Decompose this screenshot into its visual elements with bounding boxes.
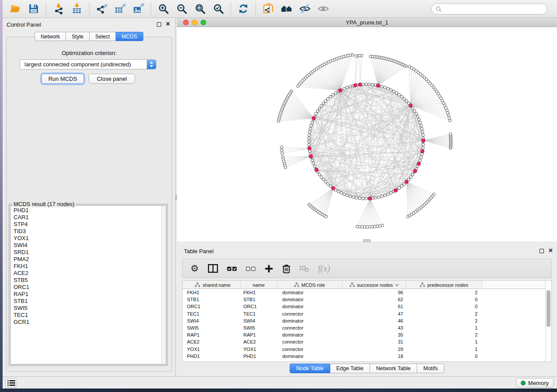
network-graph[interactable] [177, 27, 557, 241]
table-cell: 43 [343, 324, 403, 331]
tab-node-table[interactable]: Node Table [290, 364, 330, 373]
add-column-icon[interactable] [265, 265, 273, 273]
table-row[interactable]: STB1STB1dominator620 [183, 296, 545, 303]
run-mcds-button[interactable]: Run MCDS [42, 74, 84, 84]
export-table-icon[interactable] [112, 1, 128, 16]
network-titlebar: YPA_prune.txt_1 [177, 18, 557, 27]
mcds-result-item[interactable]: YOX1 [14, 235, 166, 242]
mcds-result-item[interactable]: TID3 [14, 228, 166, 235]
table-row[interactable]: SWI4SWI4dominator462 [183, 317, 545, 324]
show-column-icon[interactable] [208, 264, 218, 273]
table-cell: connector [282, 338, 303, 345]
refresh-layout-icon[interactable] [235, 1, 251, 16]
duplicate-network-icon[interactable] [260, 1, 276, 16]
hide-selected-icon[interactable] [297, 1, 313, 16]
deselect-all-icon[interactable] [246, 265, 256, 272]
import-network-icon[interactable] [51, 1, 66, 16]
chevron-down-icon[interactable] [395, 284, 399, 286]
tab-network-table[interactable]: Network Table [370, 364, 417, 373]
float-table-panel-icon[interactable] [540, 249, 544, 253]
delete-column-icon[interactable] [282, 264, 291, 273]
column-header-predecessor-nodes[interactable]: predecessor nodes [406, 281, 482, 289]
search-box[interactable] [431, 3, 547, 14]
table-row[interactable]: TEC1TEC1connector472 [183, 310, 545, 317]
column-header-name[interactable]: name [241, 281, 277, 289]
table-cell: 2 [406, 310, 477, 317]
close-table-panel-icon[interactable]: × [549, 247, 553, 254]
close-panel-button[interactable]: Close panel [89, 74, 135, 84]
optimization-criterion-label: Optimization criterion: [7, 50, 172, 56]
toolbar-separator [89, 3, 90, 15]
memory-button[interactable]: Memory [516, 378, 554, 388]
mcds-result-item[interactable]: PMA2 [14, 256, 166, 263]
mcds-result-item[interactable]: PHD1 [14, 207, 166, 214]
mcds-result-item[interactable]: SWI4 [14, 242, 166, 249]
table-cell: dominator [282, 289, 304, 296]
mcds-list-scrollbar[interactable] [161, 206, 166, 364]
close-panel-icon[interactable]: × [166, 20, 170, 28]
table-cell: 46 [343, 317, 403, 324]
table-row[interactable]: FKH1FKH1dominator962 [183, 289, 545, 296]
table-cell: dominator [282, 317, 304, 324]
control-panel-title: Control Panel [7, 21, 41, 28]
table-row[interactable]: RAP1RAP1dominator352 [183, 331, 545, 338]
table-scrollbar-thumb[interactable] [547, 290, 550, 327]
search-input[interactable] [442, 6, 547, 12]
mcds-result-item[interactable]: STP4 [14, 221, 166, 228]
show-all-icon[interactable] [315, 1, 331, 16]
select-all-icon[interactable] [227, 265, 237, 272]
mcds-result-item[interactable]: GCR1 [14, 319, 166, 326]
search-icon [436, 6, 442, 12]
table-scrollbar[interactable] [545, 281, 551, 361]
mcds-result-title: MCDS result (17 nodes) [12, 201, 76, 207]
horizontal-splitter-grip[interactable] [363, 239, 371, 242]
open-file-icon[interactable] [7, 1, 23, 16]
network-canvas[interactable] [177, 27, 557, 241]
table-row[interactable]: ORC1ORC1dominator610 [183, 303, 545, 310]
column-header-successor-nodes[interactable]: successor nodes [343, 281, 406, 289]
zoom-out-icon[interactable] [174, 1, 190, 16]
save-session-icon[interactable] [26, 1, 42, 16]
select-stepper-icon [147, 60, 156, 69]
mcds-result-item[interactable]: SRD1 [14, 249, 166, 256]
import-table-icon[interactable] [69, 1, 85, 16]
table-row[interactable]: PHD1PHD1dominator180 [183, 353, 545, 360]
tab-style[interactable]: Style [66, 32, 90, 41]
zoom-fit-icon[interactable] [192, 1, 208, 16]
table-cell: YOX1 [243, 346, 256, 353]
table-cell: RAP1 [187, 331, 200, 338]
zoom-selected-icon[interactable] [211, 1, 226, 16]
zoom-in-icon[interactable] [156, 1, 171, 16]
settings-gear-icon[interactable]: ⚙ [190, 264, 199, 273]
table-row[interactable]: YOX1YOX1connector291 [183, 346, 545, 353]
mcds-result-item[interactable]: STB5 [14, 277, 166, 284]
tab-network[interactable]: Network [35, 32, 66, 41]
cytoscape-window: Control Panel × Network Style Select MCD… [3, 0, 557, 389]
float-panel-icon[interactable] [157, 22, 161, 27]
mcds-result-list[interactable]: PHD1CAR1STP4TID3YOX1SWI4SRD1PMA2FKH1ACE2… [10, 205, 166, 364]
mcds-result-item[interactable]: FKH1 [14, 263, 166, 270]
table-row[interactable]: SWI5SWI5connector431 [183, 324, 545, 331]
table-cell: 2 [406, 289, 477, 296]
task-history-button[interactable] [5, 378, 17, 388]
mcds-result-item[interactable]: TEC1 [14, 312, 166, 319]
first-neighbors-icon[interactable] [279, 1, 294, 16]
tab-edge-table[interactable]: Edge Table [330, 364, 370, 373]
optimization-criterion-select[interactable]: largest connected component (undirected) [20, 59, 156, 69]
tab-motifs[interactable]: Motifs [417, 364, 444, 373]
table-cell: 31 [343, 338, 403, 345]
export-network-icon[interactable] [94, 1, 110, 16]
mcds-result-item[interactable]: RAP1 [14, 291, 166, 298]
column-header-mcds-role[interactable]: MCDS role [277, 281, 343, 289]
mcds-result-item[interactable]: CAR1 [14, 214, 166, 221]
mcds-result-item[interactable]: SWI5 [14, 305, 166, 312]
column-header-shared-name[interactable]: shared name [185, 281, 241, 289]
table-row[interactable]: ACE2ACE2connector311 [183, 338, 545, 345]
table-cell: dominator [282, 296, 304, 303]
tab-select[interactable]: Select [90, 32, 116, 41]
mcds-result-item[interactable]: STB1 [14, 298, 166, 305]
mcds-result-item[interactable]: ORC1 [14, 284, 166, 291]
mcds-result-item[interactable]: ACE2 [14, 270, 166, 277]
tab-mcds[interactable]: MCDS [116, 32, 143, 41]
export-image-icon[interactable] [131, 1, 146, 16]
